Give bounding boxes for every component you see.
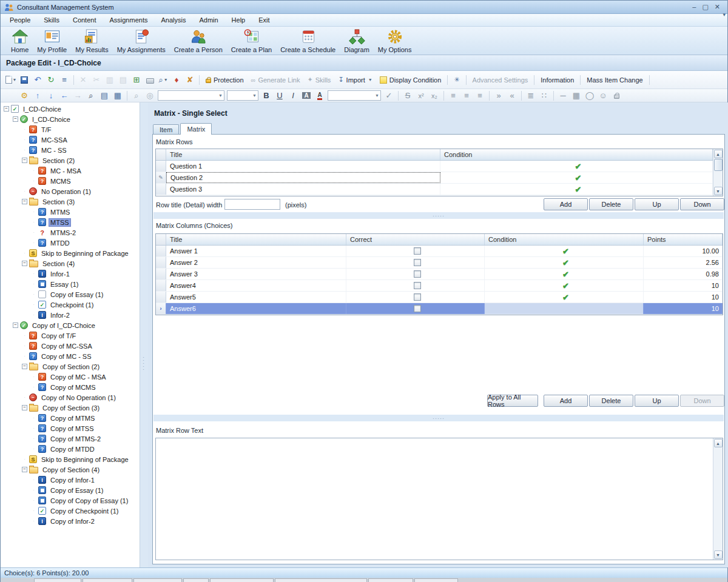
spellcheck-icon[interactable]: ✓: [383, 90, 395, 101]
menu-item-people[interactable]: People: [3, 15, 37, 25]
properties-icon[interactable]: ≡: [58, 75, 70, 85]
row-selector[interactable]: [156, 269, 166, 279]
list-view-icon[interactable]: ▤: [98, 90, 110, 101]
superscript-icon[interactable]: x²: [415, 90, 427, 101]
choice-title-cell[interactable]: Answer 1: [166, 246, 346, 256]
condition-marker-icon[interactable]: ✳: [450, 75, 463, 85]
choice-row[interactable]: Answer4✔10: [156, 280, 723, 292]
correct-checkbox[interactable]: [414, 247, 421, 255]
toolbar-item-create-a-person[interactable]: Create a Person: [170, 27, 227, 54]
menu-item-assignments[interactable]: Assignments: [103, 15, 154, 25]
scroll-up-icon[interactable]: ▲: [714, 150, 723, 158]
toolbar-item-my-options[interactable]: My Options: [374, 27, 416, 54]
toolbar-item-home[interactable]: Home: [7, 27, 33, 54]
row-selector[interactable]: [156, 280, 166, 291]
matrix-row[interactable]: ✎Question 2✔: [156, 172, 713, 184]
tree-item-copy-of-mtdd[interactable]: ·?Copy of MTDD: [1, 444, 140, 454]
text-scrollbar[interactable]: ▲ ▼: [713, 438, 723, 560]
choice-condition-cell[interactable]: ✔: [485, 257, 644, 268]
tree-item-copy-of-copy-of-essay-1-[interactable]: ·Copy of Copy of Essay (1): [1, 495, 140, 506]
toolbar-overflow-icon[interactable]: ▾: [723, 12, 726, 18]
expander-collapse-icon[interactable]: −: [12, 116, 19, 122]
choice-title-cell[interactable]: Answer5: [166, 292, 346, 303]
tree-item-copy-of-t-f[interactable]: ·?Copy of T/F: [1, 330, 140, 341]
horizontal-rule-icon[interactable]: ─: [557, 90, 569, 101]
highlight-color-icon[interactable]: A: [300, 90, 312, 101]
command-button-information[interactable]: Information: [537, 75, 578, 85]
row-title-cell[interactable]: Question 1: [166, 161, 440, 172]
outdent-icon[interactable]: «: [506, 90, 518, 101]
tree-item-infor-2[interactable]: ·IInfor-2: [1, 310, 140, 320]
lock-gray-icon[interactable]: [610, 90, 622, 101]
maximize-button[interactable]: ▢: [702, 4, 708, 10]
align-center-icon[interactable]: ≡: [460, 90, 473, 101]
choice-row[interactable]: Answer 2✔2.56: [156, 257, 723, 269]
matrix-rows-delete-button[interactable]: Delete: [589, 198, 633, 210]
menu-item-content[interactable]: Content: [66, 15, 103, 25]
underline-icon[interactable]: U: [274, 90, 286, 101]
menu-item-exit[interactable]: Exit: [252, 15, 276, 25]
subscript-icon[interactable]: x₂: [428, 90, 440, 101]
command-button-protection[interactable]: Protection: [202, 75, 248, 85]
tree-item-infor-1[interactable]: ·IInfor-1: [1, 269, 140, 279]
expander-collapse-icon[interactable]: −: [12, 323, 19, 328]
tree-item-copy-of-mtss[interactable]: ·?Copy of MTSS: [1, 423, 140, 433]
tab-item[interactable]: Item: [153, 124, 179, 135]
tree-item-essay-1-[interactable]: ·Essay (1): [1, 279, 140, 289]
indent-icon[interactable]: »: [493, 90, 505, 101]
tree-item-skip-to-beginning-of-package[interactable]: ·SSkip to Beginning of Package: [1, 248, 140, 258]
choice-title-cell[interactable]: Answer6: [166, 303, 346, 314]
move-up-icon[interactable]: ↑: [32, 90, 44, 101]
italic-icon[interactable]: I: [287, 90, 299, 101]
close-button[interactable]: ✕: [715, 4, 720, 10]
choice-points-cell[interactable]: 10.00: [644, 246, 723, 256]
new-page-icon[interactable]: [5, 90, 17, 101]
go-forward-icon[interactable]: →: [72, 90, 84, 101]
align-left-icon[interactable]: ≡: [447, 90, 459, 101]
row-title-cell[interactable]: Question 2: [166, 172, 440, 183]
command-button-import[interactable]: ↧Import▼: [334, 75, 376, 85]
choice-title-cell[interactable]: Answer 3: [166, 269, 346, 279]
menu-item-analysis[interactable]: Analysis: [154, 15, 192, 25]
choice-condition-cell[interactable]: [485, 303, 644, 314]
row-selector[interactable]: [156, 184, 166, 195]
matrix-row-text-area[interactable]: ▲ ▼: [155, 438, 723, 560]
horizontal-splitter-2[interactable]: ·····: [153, 415, 724, 421]
tree-item-copy-of-mc-ss[interactable]: ·?Copy of MC - SS: [1, 351, 140, 361]
matrix-rows-add-button[interactable]: Add: [544, 198, 588, 210]
expander-collapse-icon[interactable]: −: [21, 261, 28, 266]
tree-item-copy-of-checkpoint-1-[interactable]: ·✓Copy of Checkpoint (1): [1, 506, 140, 516]
tree-item-mc-msa[interactable]: ·?MC - MSA: [1, 166, 140, 176]
scroll-up-icon[interactable]: ▲: [714, 439, 723, 447]
expander-collapse-icon[interactable]: −: [21, 405, 28, 410]
tree-item-mtdd[interactable]: ·?MTDD: [1, 238, 140, 248]
matrix-rows-down-button[interactable]: Down: [680, 198, 724, 210]
tree-item-section-3-[interactable]: −Section (3): [1, 196, 140, 207]
choice-correct-cell[interactable]: [346, 280, 485, 291]
toolbar-item-diagram[interactable]: Diagram: [340, 27, 374, 54]
toolbar-item-my-results[interactable]: My Results: [71, 27, 112, 54]
tree-item-copy-of-mcms[interactable]: ·?Copy of MCMS: [1, 382, 140, 392]
choice-points-cell[interactable]: 2.56: [644, 257, 723, 268]
tree-item-checkpoint-1-[interactable]: ·✓Checkpoint (1): [1, 299, 140, 310]
numbered-list-icon[interactable]: ≣: [525, 90, 537, 101]
org-diagram-icon[interactable]: ♦: [170, 75, 183, 85]
tree-item-skip-to-beginning-of-package[interactable]: ·SSkip to Beginning of Package: [1, 454, 140, 464]
vertical-splitter[interactable]: ·····: [140, 102, 148, 567]
person-icon[interactable]: ☺: [597, 90, 609, 101]
menu-item-admin[interactable]: Admin: [192, 15, 224, 25]
tree-item-section-4-[interactable]: −Section (4): [1, 258, 140, 269]
tree-item-copy-of-essay-1-[interactable]: ·Copy of Essay (1): [1, 289, 140, 299]
table-icon[interactable]: ▦: [570, 90, 582, 101]
strikethrough-icon[interactable]: S: [402, 90, 414, 101]
row-condition-cell[interactable]: ✔: [440, 172, 713, 183]
tree-item-copy-of-section-3-[interactable]: −Copy of Section (3): [1, 403, 140, 413]
tree-item-copy-of-mtms[interactable]: ·?Copy of MTMS: [1, 413, 140, 423]
tree-item-no-operation-1-[interactable]: ·−No Operation (1): [1, 186, 140, 196]
matrix-columns-apply-to-all-rows-button[interactable]: Apply to All Rows: [487, 395, 538, 407]
choice-row[interactable]: Answer 1✔10.00: [156, 246, 723, 257]
bold-icon[interactable]: B: [260, 90, 272, 101]
print-icon[interactable]: [144, 75, 156, 85]
choice-row[interactable]: ›Answer610: [156, 303, 723, 315]
selected-row-arrow-icon[interactable]: ›: [156, 303, 166, 314]
